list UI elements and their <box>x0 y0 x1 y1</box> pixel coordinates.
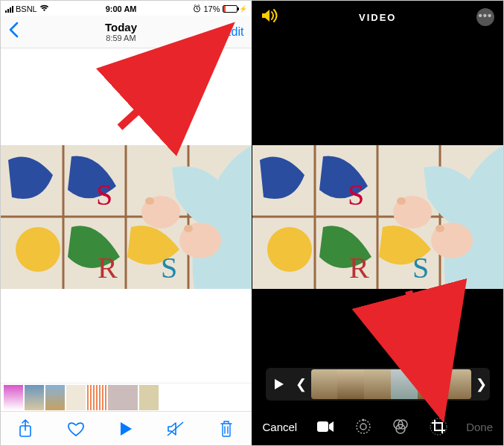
charging-icon: ⚡ <box>239 5 247 13</box>
svg-point-13 <box>184 225 193 232</box>
edit-footer: Cancel Done <box>252 408 504 445</box>
trim-handle-right[interactable]: ❯ <box>474 376 488 392</box>
signal-icon <box>5 6 13 13</box>
video-edit-screen: VIDEO ••• R S S <box>252 1 504 445</box>
play-button[interactable] <box>119 421 133 436</box>
svg-point-27 <box>397 197 406 205</box>
svg-text:S: S <box>412 251 429 284</box>
thumbnail-strip[interactable] <box>1 383 252 411</box>
status-bar: BSNL 9:00 AM 17% ⚡ <box>1 1 252 16</box>
trim-handle-left[interactable]: ❮ <box>294 376 308 392</box>
photos-view-screen: BSNL 9:00 AM 17% ⚡ <box>1 1 252 445</box>
mute-button[interactable] <box>167 421 185 436</box>
edit-tools <box>316 418 447 436</box>
more-button[interactable]: ••• <box>476 8 494 26</box>
svg-point-21 <box>267 227 312 272</box>
back-button[interactable] <box>8 20 19 43</box>
svg-text:R: R <box>349 251 369 284</box>
clock-label: 9:00 AM <box>106 4 137 13</box>
svg-point-36 <box>430 418 447 435</box>
adjust-tool-icon[interactable] <box>355 418 371 435</box>
toolbar <box>1 411 252 445</box>
wifi-icon <box>39 4 49 13</box>
video-tool-icon[interactable] <box>316 421 334 433</box>
svg-point-28 <box>436 225 444 232</box>
carrier-label: BSNL <box>16 4 37 13</box>
svg-point-6 <box>16 227 60 272</box>
volume-icon[interactable] <box>261 9 279 26</box>
cancel-button[interactable]: Cancel <box>263 421 298 433</box>
delete-button[interactable] <box>219 420 234 438</box>
done-button[interactable]: Done <box>466 421 493 433</box>
svg-text:R: R <box>98 251 118 284</box>
filters-tool-icon[interactable] <box>392 419 409 434</box>
edit-title: VIDEO <box>359 12 396 23</box>
page-subtitle: 8:59 AM <box>105 34 137 42</box>
favorite-button[interactable] <box>67 421 85 437</box>
edit-header: VIDEO ••• <box>252 1 504 34</box>
svg-rect-29 <box>317 421 328 432</box>
nav-bar: Today 8:59 AM Edit <box>1 16 252 48</box>
edit-button[interactable]: Edit <box>223 25 244 39</box>
svg-point-32 <box>362 419 364 421</box>
svg-text:S: S <box>161 251 177 284</box>
battery-percent: 17% <box>203 4 220 13</box>
svg-point-12 <box>145 197 154 205</box>
crop-tool-icon[interactable] <box>430 418 447 436</box>
page-title: Today <box>105 21 137 34</box>
svg-text:S: S <box>96 178 112 211</box>
scrubber-play-button[interactable] <box>267 369 291 399</box>
frame-track[interactable] <box>311 369 472 399</box>
svg-text:S: S <box>348 178 364 211</box>
alarm-icon <box>193 4 201 14</box>
video-scrubber[interactable]: ❮ ❯ <box>266 368 491 401</box>
svg-point-31 <box>360 424 366 430</box>
video-preview[interactable]: R S S <box>1 145 252 289</box>
share-button[interactable] <box>18 419 33 439</box>
svg-point-30 <box>357 420 370 433</box>
title-block: Today 8:59 AM <box>105 21 137 42</box>
video-canvas[interactable]: R S S <box>252 145 504 289</box>
battery-icon <box>223 5 237 13</box>
